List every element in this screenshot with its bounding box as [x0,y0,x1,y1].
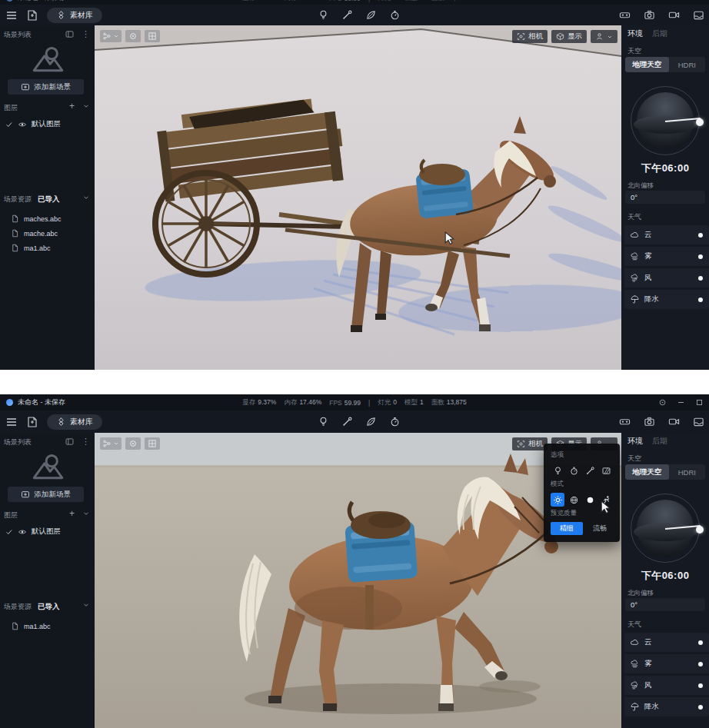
time-of-day[interactable]: 下午06:00 [621,161,709,175]
stopwatch-icon[interactable] [389,9,401,21]
option-timer-icon[interactable] [567,464,581,477]
tab-post-processing[interactable]: 后期 [652,436,667,447]
wind-toggle[interactable] [698,683,703,688]
leaf-icon[interactable] [365,9,377,21]
screenshot-box-icon[interactable] [693,9,704,21]
stopwatch-icon[interactable] [389,416,401,427]
weather-row-wind[interactable]: 风 [624,676,709,695]
hdri-button[interactable]: HDRI [669,464,705,480]
sun-handle[interactable] [696,118,704,126]
weather-row-cloud[interactable]: 云 [624,225,709,244]
collapse-resources-icon[interactable] [82,601,90,609]
mesh-button[interactable] [145,30,160,42]
mode-sphere-icon[interactable] [583,493,597,507]
north-offset-input[interactable]: 0° [625,191,705,204]
node-graph-button[interactable] [100,437,121,450]
layer-row-default[interactable]: 默认图层 [5,527,61,537]
weather-row-fog[interactable]: 雾 [624,654,709,673]
tab-post-processing[interactable]: 后期 [652,28,667,39]
material-library-button[interactable]: 素材库 [47,414,102,430]
camera-button[interactable]: 相机 [512,30,548,43]
add-scene-button[interactable]: 添加新场景 [8,79,84,95]
more-vertical-icon[interactable]: ⋮ [82,437,90,447]
import-file-icon[interactable] [26,416,38,428]
import-file-icon[interactable] [26,9,38,22]
avatar-menu-button[interactable] [591,30,617,43]
lightbulb-icon[interactable] [318,9,329,21]
photo-camera-icon[interactable] [644,416,655,427]
imported-tab[interactable]: 已导入 [38,194,60,204]
geo-sky-button[interactable]: 地理天空 [625,57,669,72]
screenshot-box-icon[interactable] [693,416,704,427]
layer-row-default[interactable]: 默认图层 [5,119,61,129]
wind-toggle[interactable] [698,276,703,281]
panel-toggle-icon[interactable] [65,437,75,447]
fog-toggle[interactable] [698,254,703,259]
mesh-button[interactable] [145,437,160,450]
quality-smooth-button[interactable]: 流畅 [588,522,613,535]
precipitation-toggle[interactable] [698,705,703,710]
pen-tool-icon[interactable] [341,416,353,427]
option-pen-icon[interactable] [583,464,597,477]
camera-button[interactable]: 相机 [512,437,548,450]
sun-position-dial[interactable] [631,494,700,563]
window-maximize-icon[interactable] [695,398,704,407]
mode-runner-icon[interactable] [599,493,613,507]
weather-row-cloud[interactable]: 云 [624,633,709,652]
sun-position-dial[interactable] [631,86,700,155]
add-scene-button[interactable]: 添加新场景 [8,487,84,502]
weather-row-precipitation[interactable]: 降水 [624,290,709,309]
collapse-layers-icon[interactable] [82,102,90,110]
cloud-toggle[interactable] [698,233,703,238]
vr-headset-icon[interactable] [619,9,631,21]
target-button[interactable] [125,437,141,450]
node-graph-button[interactable] [100,30,121,42]
north-offset-input[interactable]: 0° [625,598,705,611]
leaf-icon[interactable] [365,416,377,427]
photo-camera-icon[interactable] [644,9,655,21]
imported-file-row[interactable]: ma1.abc [11,622,51,630]
geo-sky-button[interactable]: 地理天空 [625,464,669,480]
quality-fine-button[interactable]: 精细 [551,522,583,535]
weather-row-fog[interactable]: 雾 [624,247,709,266]
viewport-3d[interactable]: 相机 显示 选项 模式 [95,433,621,728]
weather-row-wind[interactable]: 风 [624,268,709,288]
hdri-button[interactable]: HDRI [669,57,705,72]
eye-icon[interactable] [18,527,27,537]
add-layer-icon[interactable]: + [69,508,75,519]
imported-file-row[interactable]: mache.abc [11,229,58,238]
video-camera-icon[interactable] [668,9,680,21]
panel-toggle-icon[interactable] [65,29,75,39]
menu-icon[interactable] [5,416,18,428]
cloud-toggle[interactable] [698,640,703,645]
vr-headset-icon[interactable] [619,416,631,427]
fog-toggle[interactable] [698,662,703,667]
lightbulb-icon[interactable] [318,416,329,427]
video-camera-icon[interactable] [668,416,680,427]
mode-sun-icon[interactable] [551,493,564,507]
menu-icon[interactable] [5,9,18,22]
more-vertical-icon[interactable]: ⋮ [82,29,90,39]
mode-globe-icon[interactable] [567,493,581,507]
imported-file-row[interactable]: maches.abc [11,214,62,223]
add-layer-icon[interactable]: + [69,101,75,111]
weather-row-precipitation[interactable]: 降水 [624,697,709,716]
window-minimize-icon[interactable] [677,398,685,407]
tab-environment[interactable]: 环境 [627,436,643,447]
time-of-day[interactable]: 下午06:00 [621,569,709,583]
tab-environment[interactable]: 环境 [627,28,643,39]
window-info-icon[interactable] [658,398,667,407]
option-light-icon[interactable] [551,464,564,477]
viewport-3d[interactable]: 相机 显示 [95,25,621,370]
collapse-layers-icon[interactable] [82,510,90,517]
sun-handle[interactable] [696,526,704,534]
eye-icon[interactable] [18,120,27,129]
target-button[interactable] [125,30,141,42]
imported-file-row[interactable]: ma1.abc [11,244,51,252]
collapse-resources-icon[interactable] [82,194,90,201]
option-frame-icon[interactable] [599,464,613,477]
imported-tab[interactable]: 已导入 [38,602,60,612]
material-library-button[interactable]: 素材库 [47,8,102,23]
display-button[interactable]: 显示 [551,30,587,43]
precipitation-toggle[interactable] [698,298,703,302]
